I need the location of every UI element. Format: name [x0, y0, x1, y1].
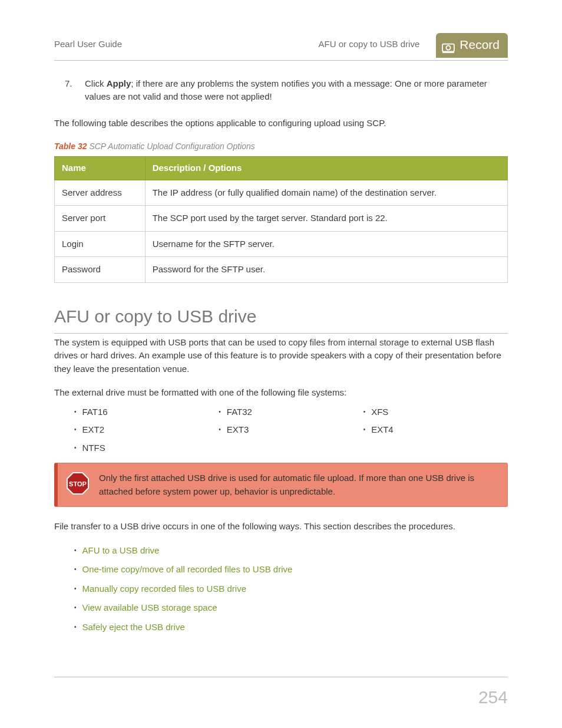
usb-description-paragraph: The system is equipped with USB ports th…: [54, 336, 508, 376]
link-manual-copy[interactable]: Manually copy recorded files to USB driv…: [82, 584, 246, 594]
stop-callout: STOP Only the first attached USB drive i…: [54, 463, 508, 507]
table-caption-number: Table 32: [54, 141, 87, 151]
list-item: EXT3: [219, 423, 363, 437]
header-left-title: Pearl User Guide: [54, 38, 319, 51]
list-item: AFU to a USB drive: [74, 544, 508, 558]
camera-record-icon: [442, 39, 455, 50]
procedure-links-list: AFU to a USB drive One-time copy/move of…: [74, 544, 508, 634]
page-header: Pearl User Guide AFU or copy to USB driv…: [54, 32, 508, 61]
table-cell: Login: [55, 231, 146, 257]
table-cell: The IP address (or fully qualified domai…: [145, 180, 507, 206]
list-item: FAT32: [219, 406, 363, 419]
section-heading: AFU or copy to USB drive: [54, 303, 508, 334]
list-item: NTFS: [74, 442, 219, 455]
page-number: 254: [478, 684, 508, 710]
list-item: EXT2: [74, 423, 219, 437]
link-view-space[interactable]: View available USB storage space: [82, 602, 217, 612]
table-row: Server port The SCP port used by the tar…: [55, 206, 508, 232]
scp-options-table: Name Description / Options Server addres…: [54, 156, 508, 283]
stop-icon: STOP: [66, 472, 90, 495]
list-item: One-time copy/move of all recorded files…: [74, 563, 508, 577]
list-item: View available USB storage space: [74, 601, 508, 615]
transfer-ways-paragraph: File transfer to a USB drive occurs in o…: [54, 520, 508, 533]
svg-point-1: [447, 45, 451, 50]
step-text-bold: Apply: [107, 78, 131, 88]
list-item: FAT16: [74, 406, 219, 419]
table-cell: Server port: [55, 206, 146, 232]
table-row: Password Password for the SFTP user.: [55, 257, 508, 283]
link-safely-eject[interactable]: Safely eject the USB drive: [82, 622, 185, 632]
step-number: 7.: [65, 77, 72, 91]
list-item: Manually copy recorded files to USB driv…: [74, 582, 508, 596]
filesystem-list: FAT16 FAT32 XFS EXT2 EXT3 EXT4 NTFS: [74, 406, 508, 455]
fs-intro-paragraph: The external drive must be formatted wit…: [54, 386, 508, 400]
list-item: Safely eject the USB drive: [74, 621, 508, 634]
table-cell: Server address: [55, 180, 146, 206]
intro-table-paragraph: The following table describes the option…: [54, 117, 508, 130]
table-caption: Table 32 SCP Automatic Upload Configurat…: [54, 140, 508, 153]
step-text-before: Click: [85, 78, 107, 88]
link-onetime-copy[interactable]: One-time copy/move of all recorded files…: [82, 564, 293, 574]
header-section-title: AFU or copy to USB drive: [319, 38, 420, 51]
table-cell: Username for the SFTP server.: [145, 231, 507, 257]
table-row: Login Username for the SFTP server.: [55, 231, 508, 257]
step-text-after: ; if there are any problems the system n…: [85, 78, 487, 102]
step-7: 7. Click Apply; if there are any problem…: [54, 77, 508, 104]
list-item: XFS: [363, 406, 508, 419]
table-cell: Password: [55, 257, 146, 283]
footer-divider: [54, 677, 508, 677]
record-badge: Record: [436, 33, 508, 58]
list-item: EXT4: [363, 423, 508, 437]
table-cell: The SCP port used by the target server. …: [145, 206, 507, 232]
record-badge-label: Record: [459, 35, 500, 54]
table-header-name: Name: [55, 157, 146, 180]
table-row: Server address The IP address (or fully …: [55, 180, 508, 206]
table-caption-title: SCP Automatic Upload Configuration Optio…: [87, 141, 255, 151]
stop-text: Only the first attached USB drive is use…: [99, 472, 497, 498]
table-header-desc: Description / Options: [145, 157, 507, 180]
svg-text:STOP: STOP: [69, 480, 87, 487]
table-cell: Password for the SFTP user.: [145, 257, 507, 283]
link-afu-usb[interactable]: AFU to a USB drive: [82, 545, 160, 555]
